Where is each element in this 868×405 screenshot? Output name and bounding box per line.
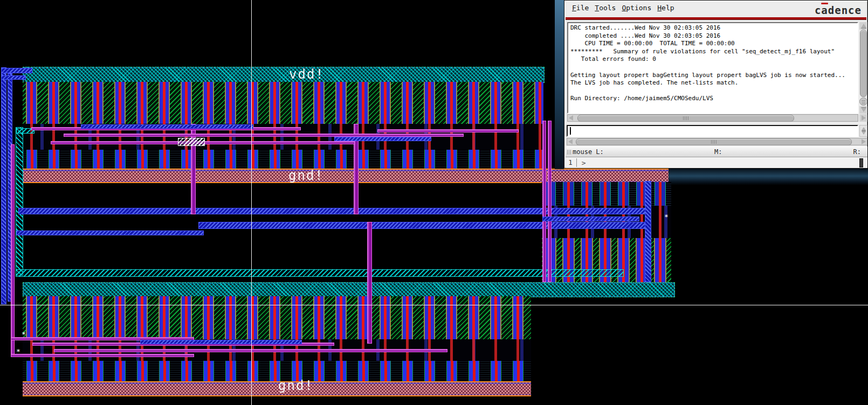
nmos-row-top[interactable] (23, 150, 543, 169)
scrollbar-trough[interactable] (573, 114, 858, 122)
arrow-right-icon (862, 115, 866, 121)
mouse-left-binding: mouse L: (573, 148, 604, 156)
arrow-up-icon (861, 24, 866, 28)
metal2-wire[interactable] (81, 124, 253, 129)
vdd-rail-bottom[interactable] (23, 282, 675, 297)
pmos-row-bottom[interactable] (23, 296, 531, 339)
cadence-logo: cadence (815, 4, 862, 16)
pin-marker-icon[interactable]: * (664, 215, 669, 219)
net-label-vdd[interactable]: vdd! (289, 67, 325, 82)
pin-marker-icon[interactable]: * (22, 332, 26, 337)
vertical-scrollbar-thumb[interactable] (860, 30, 867, 97)
vdd-rail-top[interactable] (23, 67, 545, 83)
metal2-wire[interactable] (645, 181, 651, 282)
input-horizontal-scrollbar[interactable] (567, 138, 867, 145)
metal3-wire[interactable] (54, 349, 447, 352)
arrow-left-icon[interactable] (568, 139, 573, 144)
menu-help[interactable]: Help (657, 4, 674, 12)
metal2-wire[interactable] (16, 231, 204, 235)
metal3-wire[interactable] (367, 222, 372, 344)
virtuoso-layout-canvas[interactable]: vdd! gnd! gnd! * * * File Tools Options … (0, 0, 868, 405)
ciw-log-output[interactable]: DRC started.......Wed Nov 30 02:03:05 20… (567, 22, 858, 114)
menu-file[interactable]: File (572, 4, 589, 12)
logo-accent-letter: a (821, 4, 828, 16)
metal3-wire[interactable] (377, 129, 519, 132)
scroll-down-button[interactable] (859, 106, 867, 114)
crosshair-horizontal-line (0, 305, 868, 305)
mouse-right-binding: R: (853, 148, 861, 156)
vertical-scrollbar[interactable] (859, 22, 867, 114)
arrow-left-icon[interactable] (569, 115, 573, 121)
net-label-gnd[interactable]: gnd! (288, 168, 324, 183)
arrow-down-icon (861, 108, 866, 112)
metal2-wire[interactable] (1, 75, 26, 80)
spinner-up-icon[interactable] (862, 127, 866, 130)
prompt-symbol: > (577, 159, 586, 167)
metal2-wire[interactable] (334, 137, 431, 141)
nmos-row-bottom[interactable] (23, 361, 531, 381)
scroll-right-button[interactable] (859, 114, 867, 122)
scrollbar-trough[interactable] (573, 138, 862, 145)
ciw-menubar: File Tools Options Help (566, 4, 674, 12)
arrow-right-icon[interactable] (862, 139, 866, 144)
menu-tools[interactable]: Tools (595, 4, 616, 12)
red-separator-line (566, 17, 866, 20)
net-label-gnd[interactable]: gnd! (278, 378, 314, 393)
ciw-command-input[interactable] (567, 125, 858, 137)
metal2-wire[interactable] (1, 68, 32, 73)
window-edge-gradient (555, 0, 564, 169)
pmos-row-top[interactable] (23, 82, 543, 124)
log-horizontal-scrollbar[interactable] (567, 114, 858, 122)
metal4-wire[interactable] (16, 127, 23, 276)
prompt-line-number: 1 (566, 158, 577, 167)
text-caret (570, 127, 571, 135)
metal4-wire[interactable] (16, 269, 624, 277)
metal3-wire[interactable] (11, 354, 194, 357)
gnd-rail-bottom[interactable] (23, 381, 531, 396)
menu-options[interactable]: Options (622, 4, 651, 12)
ciw-window[interactable]: File Tools Options Help cadence DRC star… (564, 0, 868, 169)
metal2-bus-wire[interactable] (18, 208, 648, 214)
scroll-up-button[interactable] (859, 22, 867, 30)
ciw-prompt-bar: 1 > (566, 157, 867, 168)
horizontal-scrollbar-thumb[interactable] (576, 138, 852, 145)
mouse-middle-binding: M: (714, 148, 722, 156)
metal2-wire[interactable] (542, 217, 639, 221)
logo-text: c (815, 4, 821, 16)
selected-shape[interactable] (178, 138, 205, 146)
mouse-bindings-bar: mouse L: M: R: (566, 146, 867, 157)
horizontal-scrollbar-thumb[interactable] (577, 115, 794, 122)
metal2-bus-wire[interactable] (198, 222, 648, 229)
log-text: DRC started.......Wed Nov 30 02:03:05 20… (570, 24, 857, 103)
metal3-wire[interactable] (11, 144, 15, 355)
metal3-wire[interactable] (542, 121, 546, 282)
gnd-rail-top[interactable] (23, 169, 669, 183)
pin-marker-icon[interactable]: * (16, 350, 20, 354)
nmos-row-right[interactable] (542, 182, 671, 206)
metal3-wire[interactable] (548, 121, 552, 282)
input-history-spinner[interactable] (859, 125, 867, 137)
metal2-wire[interactable] (1, 67, 6, 304)
grip-handle-icon (567, 150, 571, 155)
metal2-wire[interactable] (140, 340, 302, 344)
crosshair-vertical-line (251, 0, 252, 405)
prompt-resize-handle[interactable] (859, 158, 863, 167)
scrollbar-knob[interactable] (859, 97, 867, 106)
logo-text: dence (828, 4, 862, 16)
spinner-down-icon[interactable] (862, 131, 866, 135)
